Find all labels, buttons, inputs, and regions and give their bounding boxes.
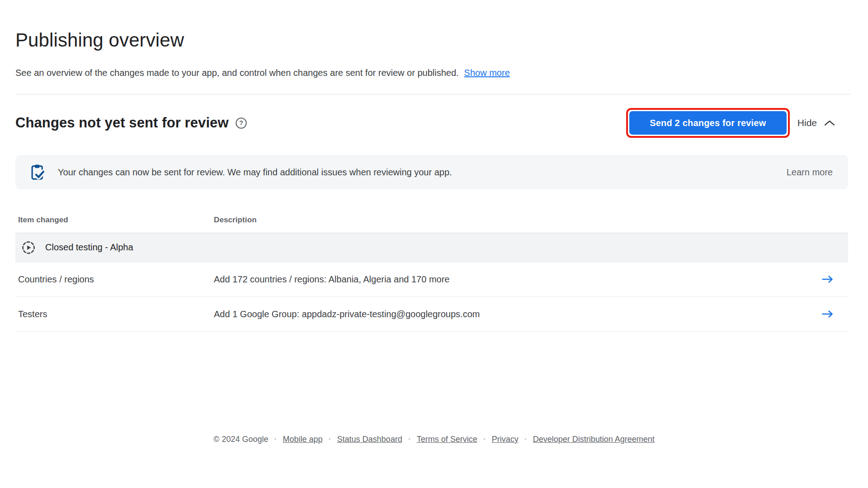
send-changes-for-review-button[interactable]: Send 2 changes for review — [629, 111, 787, 135]
footer-link-developer-distribution-agreement[interactable]: Developer Distribution Agreement — [533, 435, 655, 444]
track-group-label: Closed testing - Alpha — [45, 242, 133, 253]
section-heading: Changes not yet sent for review — [15, 114, 229, 132]
footer-separator: · — [408, 435, 411, 444]
page-footer: © 2024 Google·Mobile app·Status Dashboar… — [0, 435, 868, 444]
item-changed-cell: Countries / regions — [18, 274, 214, 285]
closed-testing-track-icon — [22, 241, 35, 254]
clipboard-check-icon — [29, 163, 46, 181]
help-icon[interactable]: ? — [235, 117, 247, 129]
column-header-item-changed: Item changed — [18, 216, 214, 225]
learn-more-link[interactable]: Learn more — [787, 167, 833, 178]
footer-separator: · — [483, 435, 486, 444]
track-group-row: Closed testing - Alpha — [15, 233, 848, 262]
annotation-highlight: Send 2 changes for review — [626, 108, 790, 138]
changes-table: Item changed Description Closed testing … — [15, 216, 848, 332]
arrow-right-icon[interactable] — [816, 275, 848, 283]
table-header-row: Item changed Description — [15, 216, 848, 233]
page-subtitle-row: See an overview of the changes made to y… — [15, 67, 848, 79]
table-row-testers[interactable]: Testers Add 1 Google Group: appdadz-priv… — [15, 297, 848, 332]
column-header-description: Description — [214, 216, 816, 225]
footer-separator: · — [274, 435, 277, 444]
publishing-overview-page: Publishing overview See an overview of t… — [0, 29, 868, 332]
description-cell: Add 1 Google Group: appdadz-private-test… — [214, 309, 816, 319]
description-cell: Add 172 countries / regions: Albania, Al… — [214, 274, 816, 285]
footer-link-status-dashboard[interactable]: Status Dashboard — [337, 435, 402, 444]
review-ready-banner: Your changes can now be sent for review.… — [15, 155, 848, 189]
page-subtitle: See an overview of the changes made to y… — [15, 68, 459, 78]
footer-link-mobile-app[interactable]: Mobile app — [283, 435, 323, 444]
footer-separator: · — [329, 435, 331, 444]
copyright-text: © 2024 Google — [213, 435, 268, 444]
page-title: Publishing overview — [15, 29, 848, 52]
section-actions: Send 2 changes for review Hide — [626, 108, 835, 138]
send-changes-button-label: Send 2 changes for review — [650, 118, 766, 128]
show-more-link[interactable]: Show more — [464, 68, 510, 78]
chevron-up-icon — [824, 120, 835, 126]
hide-section-button[interactable]: Hide — [797, 117, 835, 128]
hide-label: Hide — [797, 117, 817, 128]
section-header-row: Changes not yet sent for review ? Send 2… — [15, 108, 848, 138]
item-changed-cell: Testers — [18, 309, 214, 319]
footer-link-terms-of-service[interactable]: Terms of Service — [417, 435, 477, 444]
arrow-right-icon[interactable] — [816, 310, 848, 318]
table-row-countries-regions[interactable]: Countries / regions Add 172 countries / … — [15, 262, 848, 297]
footer-link-privacy[interactable]: Privacy — [492, 435, 519, 444]
footer-separator: · — [524, 435, 527, 444]
banner-message: Your changes can now be sent for review.… — [58, 167, 452, 178]
header-divider — [15, 94, 851, 94]
svg-text:?: ? — [239, 119, 243, 127]
